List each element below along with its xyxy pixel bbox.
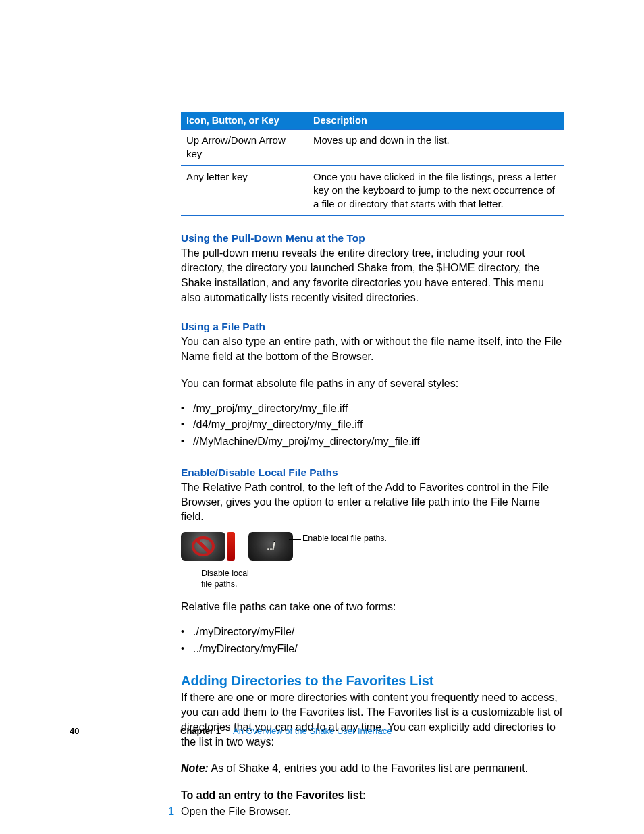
list-item: /d4/my_proj/my_directory/my_file.iff <box>181 417 564 434</box>
body-text: If there are one or more directories wit… <box>181 690 564 749</box>
chapter-title: An Overview of the Shake User Interface <box>233 726 392 736</box>
body-text: The pull-down menu reveals the entire di… <box>181 246 564 305</box>
separator-icon <box>227 532 235 561</box>
section-heading: Adding Directories to the Favorites List <box>181 673 564 689</box>
chapter-label: Chapter 1 <box>180 726 221 736</box>
table-header: Icon, Button, or Key <box>181 112 308 130</box>
step-text: Open the File Browser. <box>181 806 291 818</box>
table-header: Description <box>308 112 564 130</box>
body-text: The Relative Path control, to the left o… <box>181 480 564 524</box>
table-cell: Up Arrow/Down Arrow key <box>181 130 308 166</box>
callout-label: Disable local file paths. <box>201 569 262 590</box>
page-footer: 40 Chapter 1 An Overview of the Shake Us… <box>70 726 564 736</box>
step-row: 1 Open the File Browser. <box>181 806 564 818</box>
table-cell: Moves up and down in the list. <box>308 130 564 166</box>
enable-local-paths-icon: ../ <box>248 532 293 561</box>
task-heading: To add an entry to the Favorites list: <box>181 788 564 803</box>
table-row: Any letter key Once you have clicked in … <box>181 165 564 215</box>
note-label: Note: <box>181 762 209 774</box>
note-text: Note: As of Shake 4, entries you add to … <box>181 761 564 776</box>
page: Icon, Button, or Key Description Up Arro… <box>0 0 644 834</box>
callout-label: Enable local file paths. <box>302 533 387 544</box>
body-text: You can also type an entire path, with o… <box>181 334 564 364</box>
list-item: /my_proj/my_directory/my_file.iff <box>181 400 564 417</box>
bullet-list: /my_proj/my_directory/my_file.iff /d4/my… <box>181 400 564 450</box>
disable-local-paths-icon <box>181 532 225 561</box>
list-item: //MyMachine/D/my_proj/my_directory/my_fi… <box>181 434 564 450</box>
subheading: Using the Pull-Down Menu at the Top <box>181 232 564 244</box>
table-cell: Once you have clicked in the file listin… <box>308 165 564 215</box>
page-number: 40 <box>70 726 180 736</box>
table-cell: Any letter key <box>181 165 308 215</box>
figure: ../ Enable local file paths. Disable loc… <box>181 532 564 588</box>
list-item: ./myDirectory/myFile/ <box>181 624 564 641</box>
list-item: ../myDirectory/myFile/ <box>181 641 564 658</box>
subheading: Using a File Path <box>181 321 564 333</box>
body-text: You can format absolute file paths in an… <box>181 376 564 391</box>
note-body: As of Shake 4, entries you add to the Fa… <box>209 762 528 774</box>
keys-table: Icon, Button, or Key Description Up Arro… <box>181 112 564 216</box>
table-row: Up Arrow/Down Arrow key Moves up and dow… <box>181 130 564 166</box>
subheading: Enable/Disable Local File Paths <box>181 467 564 479</box>
body-text: Relative file paths can take one of two … <box>181 600 564 615</box>
step-number: 1 <box>163 806 174 818</box>
bullet-list: ./myDirectory/myFile/ ../myDirectory/myF… <box>181 624 564 658</box>
